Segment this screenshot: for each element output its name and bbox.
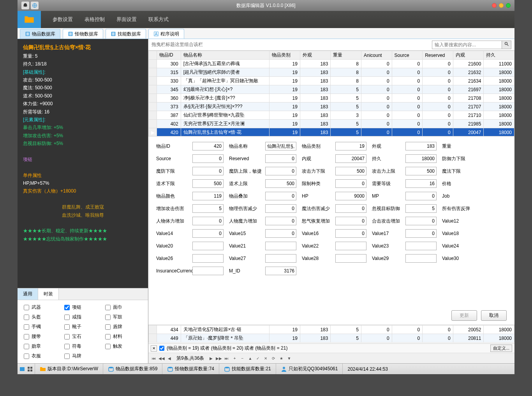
form-input[interactable] xyxy=(335,204,366,213)
form-input[interactable] xyxy=(405,192,437,200)
form-input[interactable] xyxy=(335,167,366,175)
globe-icon[interactable] xyxy=(31,2,39,9)
form-input[interactable] xyxy=(265,204,296,213)
form-input[interactable] xyxy=(265,179,296,188)
nav-last-icon[interactable]: ⏭ xyxy=(224,355,230,361)
filter-checkbox[interactable]: 宝石 xyxy=(64,333,101,340)
nav-next-page-icon[interactable]: ▶▶ xyxy=(216,355,222,361)
filter-checkbox[interactable]: 材料 xyxy=(105,333,142,340)
cancel-button[interactable]: 取消 xyxy=(481,310,507,321)
form-input[interactable] xyxy=(192,242,224,250)
column-header[interactable]: Anicount xyxy=(361,51,392,60)
form-input[interactable] xyxy=(265,167,296,175)
filter-checkbox[interactable]: 武器 xyxy=(24,304,60,311)
filter-toggle[interactable] xyxy=(159,346,164,351)
form-input[interactable] xyxy=(405,254,437,263)
column-header[interactable]: 持久 xyxy=(484,51,514,60)
table-row[interactable]: 330「真」「超神卍主宰」冥日鏈卍無敵1918380002163418000 xyxy=(149,77,514,85)
left-tab-general[interactable]: 通用 xyxy=(18,288,38,300)
form-input[interactable] xyxy=(192,254,224,263)
update-button[interactable]: 更新 xyxy=(451,310,477,321)
nav-confirm-icon[interactable]: ✓ xyxy=(255,355,261,361)
form-input[interactable] xyxy=(192,179,224,188)
filter-checkbox[interactable]: 触发 xyxy=(105,343,142,350)
form-input[interactable] xyxy=(405,242,437,250)
column-header[interactable]: 物品名称 xyxy=(181,51,270,60)
form-input[interactable] xyxy=(192,229,224,238)
form-input[interactable] xyxy=(192,142,224,150)
nav-edit-icon[interactable]: ▲ xyxy=(247,355,253,361)
form-input[interactable] xyxy=(192,167,224,175)
tab-item-db[interactable]: 物品数据库 xyxy=(20,29,60,39)
form-input[interactable] xyxy=(335,179,366,188)
tab-skill-db[interactable]: 技能数据库 xyxy=(106,29,146,39)
column-header[interactable]: Reserved xyxy=(423,51,453,60)
ribbon-tab-params[interactable]: 参数设置 xyxy=(53,16,73,23)
nav-delete-icon[interactable]: − xyxy=(239,355,245,361)
form-input[interactable] xyxy=(335,242,366,250)
filter-checkbox[interactable]: 军鼓 xyxy=(105,314,142,320)
form-input[interactable] xyxy=(192,267,224,275)
form-input[interactable] xyxy=(405,167,437,175)
form-input[interactable] xyxy=(265,217,296,225)
form-input[interactable] xyxy=(405,217,437,225)
maximize-icon[interactable] xyxy=(506,3,511,8)
form-input[interactable] xyxy=(335,254,366,263)
nav-refresh-icon[interactable]: ⟳ xyxy=(270,355,277,361)
filter-checkbox[interactable]: 项链 xyxy=(64,304,101,311)
form-input[interactable] xyxy=(335,142,366,150)
nav-cancel-icon[interactable]: ✕ xyxy=(262,355,269,361)
form-input[interactable] xyxy=(192,192,224,200)
form-input[interactable] xyxy=(335,217,366,225)
form-input[interactable] xyxy=(265,142,296,150)
form-input[interactable] xyxy=(405,154,437,163)
filter-checkbox[interactable]: 戒指 xyxy=(64,314,101,320)
table-row[interactable]: 402无穷卍世界§万王之王×月沧澜1918350002198518000 xyxy=(149,120,514,128)
search-input[interactable] xyxy=(432,41,502,49)
form-input[interactable] xyxy=(405,204,437,213)
column-header[interactable]: Source xyxy=(392,51,423,60)
close-icon[interactable] xyxy=(492,3,497,8)
column-header[interactable]: 重量 xyxy=(331,51,361,60)
nav-first-icon[interactable]: ⏮ xyxy=(151,355,157,361)
filter-checkbox[interactable]: 腰带 xyxy=(24,333,60,340)
form-input[interactable] xyxy=(265,229,296,238)
table-row[interactable]: 315[超凡卍聖]§絕代宗師の贤者1918380002163218000 xyxy=(149,68,514,77)
ribbon-tab-table[interactable]: 表格控制 xyxy=(85,16,105,23)
nav-next-icon[interactable]: ▶ xyxy=(208,355,214,361)
table-row[interactable]: 387仙幻卍世界§稀世聖物×九霞坠1918330002171018000 xyxy=(149,111,514,120)
nav-prev-icon[interactable]: ◀ xyxy=(166,355,173,361)
table-row[interactable]: 300[古卍傳承]§九五霸皇の葬魂1918380002160011000 xyxy=(149,60,514,68)
filter-close-icon[interactable]: ✕ xyxy=(151,345,157,352)
form-input[interactable] xyxy=(192,217,224,225)
form-input[interactable] xyxy=(265,154,296,163)
ribbon-tab-contact[interactable]: 联系方式 xyxy=(148,16,169,23)
data-grid-bottom[interactable]: 434天地卍造化§万物起源×古·链1918350002005218000449「… xyxy=(148,325,514,343)
left-tab-fashion[interactable]: 时装 xyxy=(38,288,59,300)
customize-button[interactable]: 自定义... xyxy=(490,345,512,352)
form-input[interactable] xyxy=(405,179,437,188)
tab-monster-db[interactable]: 怪物数据库 xyxy=(63,29,103,39)
form-input[interactable] xyxy=(265,192,296,200)
qq-icon[interactable] xyxy=(21,2,29,9)
column-header[interactable]: 物品ID xyxy=(157,51,181,60)
filter-checkbox[interactable]: 靴子 xyxy=(64,324,101,330)
search-button[interactable] xyxy=(502,41,511,49)
filter-checkbox[interactable]: 面巾 xyxy=(105,304,142,311)
nav-add-icon[interactable]: + xyxy=(231,355,238,361)
table-row[interactable]: 360净§极乐卍净土·[魔音]×??1918350002170818000 xyxy=(149,94,514,103)
filter-checkbox[interactable]: 马牌 xyxy=(64,353,101,359)
column-header[interactable]: 内观 xyxy=(453,51,484,60)
nav-filter-icon[interactable]: ▼ xyxy=(286,355,292,361)
file-button[interactable] xyxy=(18,11,41,28)
table-row[interactable]: 434天地卍造化§万物起源×古·链1918350002005218000 xyxy=(149,325,514,334)
table-row[interactable]: ▶420仙舞卍乱世§上古仙穹×惜·花1918350002004718000 xyxy=(149,128,514,137)
data-grid[interactable]: 物品ID物品名称物品类别外观重量AnicountSourceReserved内观… xyxy=(148,51,514,136)
filter-checkbox[interactable]: 盾牌 xyxy=(105,324,142,330)
nav-bookmark-icon[interactable]: ★ xyxy=(278,355,284,361)
table-row[interactable]: 373杀§无卍邪·[裂天卍恒光]×???1918350002170718000 xyxy=(149,103,514,111)
form-input[interactable] xyxy=(265,254,296,263)
filter-checkbox[interactable]: 符毒 xyxy=(64,343,101,350)
form-input[interactable] xyxy=(265,242,296,250)
table-row[interactable]: 345幻§最终卍幻想·[天心]×?1918350002169718000 xyxy=(149,85,514,94)
